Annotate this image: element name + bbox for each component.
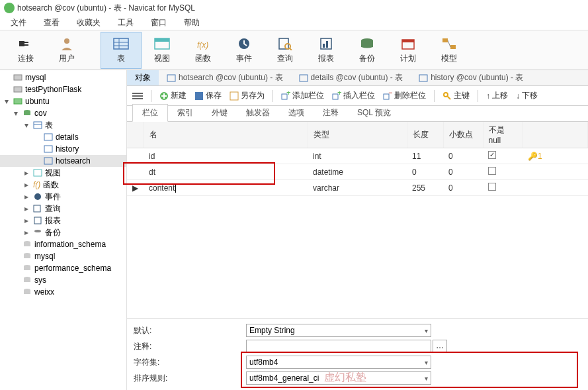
main-toolbar: 连接 用户 表 视图 f(x)函数 事件 查询 报表 备份 计划 模型 — [0, 30, 588, 70]
arrow-up-icon: ↑ — [486, 91, 490, 101]
more-button[interactable]: … — [433, 340, 447, 353]
tree-queries[interactable]: ▸查询 — [0, 203, 126, 215]
tree-table-history[interactable]: history — [0, 143, 126, 155]
tb-view[interactable]: 视图 — [142, 32, 183, 69]
saveas-button[interactable]: 另存为 — [230, 90, 265, 101]
columns-grid[interactable]: 名 类型 长度 小数点 不是 null idint110🔑1 dtdatetim… — [127, 122, 588, 195]
svg-rect-15 — [326, 41, 328, 48]
save-button[interactable]: 保存 — [194, 90, 222, 101]
tree-table-details[interactable]: details — [0, 131, 126, 143]
tree-conn-mysql[interactable]: mysql — [0, 72, 126, 83]
tree-tables[interactable]: ▾表 — [0, 119, 126, 131]
tree-db-infoschema[interactable]: information_schema — [0, 238, 126, 250]
subtab-triggers[interactable]: 触发器 — [237, 105, 279, 121]
tree-table-hotsearch[interactable]: hotsearch — [0, 155, 126, 167]
insertcol-button[interactable]: +插入栏位 — [332, 90, 375, 101]
tb-query[interactable]: 查询 — [265, 32, 306, 69]
tab-hotsearch[interactable]: hotsearch @cov (ubuntu) - 表 — [159, 70, 291, 85]
tree-db-sys[interactable]: sys — [0, 274, 126, 286]
collation-label: 排序规则: — [134, 373, 246, 384]
comment-label: 注释: — [134, 341, 246, 352]
sidebar-tree[interactable]: mysql testPythonFlask ▾ubuntu ▾cov ▾表 de… — [0, 70, 127, 390]
primary-button[interactable]: 主键 — [442, 90, 470, 101]
tb-backup[interactable]: 备份 — [347, 32, 388, 69]
tb-connect[interactable]: 连接 — [5, 32, 46, 69]
tb-report[interactable]: 报表 — [306, 32, 347, 69]
col-type[interactable]: 类型 — [308, 122, 407, 148]
tree-db-weixx[interactable]: weixx — [0, 286, 126, 298]
subtab-sqlpreview[interactable]: SQL 预览 — [348, 105, 400, 121]
tb-schedule[interactable]: 计划 — [388, 32, 429, 69]
svg-point-36 — [34, 230, 41, 232]
svg-rect-19 — [442, 38, 448, 42]
menu-help[interactable]: 帮助 — [176, 16, 208, 30]
menu-tools[interactable]: 工具 — [110, 16, 142, 30]
subtab-comments[interactable]: 注释 — [314, 105, 348, 121]
checkbox-icon[interactable] — [488, 151, 496, 159]
subtab-options[interactable]: 选项 — [279, 105, 314, 121]
col-dec[interactable]: 小数点 — [443, 122, 483, 148]
up-button[interactable]: ↑上移 — [486, 90, 508, 101]
tb-model[interactable]: 模型 — [429, 32, 470, 69]
tb-function[interactable]: f(x)函数 — [183, 32, 224, 69]
tree-db-perfschema[interactable]: performance_schema — [0, 262, 126, 274]
tabbar: 对象 hotsearch @cov (ubuntu) - 表 details @… — [127, 70, 588, 86]
col-notnull[interactable]: 不是 null — [483, 122, 523, 148]
menu-window[interactable]: 窗口 — [143, 16, 175, 30]
table-row[interactable]: idint110🔑1 — [127, 148, 588, 164]
collation-combo[interactable]: utf8mb4_general_ci▾ — [246, 371, 431, 385]
new-button[interactable]: 新建 — [159, 90, 187, 101]
svg-rect-51 — [195, 92, 203, 100]
main-area: 对象 hotsearch @cov (ubuntu) - 表 details @… — [127, 70, 588, 390]
charset-combo[interactable]: utf8mb4▾ — [246, 356, 431, 369]
table-icon — [419, 74, 428, 82]
svg-rect-24 — [14, 99, 22, 104]
tb-event[interactable]: 事件 — [224, 32, 265, 69]
tree-conn-ubuntu[interactable]: ▾ubuntu — [0, 95, 126, 107]
subtab-indexes[interactable]: 索引 — [168, 105, 202, 121]
addcol-button[interactable]: +添加栏位 — [281, 90, 324, 101]
default-combo[interactable]: Empty String▾ — [246, 324, 431, 337]
table-row[interactable]: dtdatetime00 — [127, 164, 588, 180]
tree-views[interactable]: ▸视图 — [0, 167, 126, 179]
col-key[interactable] — [523, 122, 588, 148]
col-name[interactable]: 名 — [144, 122, 308, 148]
checkbox-icon[interactable] — [488, 167, 496, 175]
tree-conn-testpython[interactable]: testPythonFlask — [0, 83, 126, 95]
tree-events[interactable]: ▸事件 — [0, 191, 126, 203]
svg-rect-23 — [14, 87, 22, 92]
checkbox-icon[interactable] — [488, 183, 496, 191]
tb-user[interactable]: 用户 — [46, 32, 87, 69]
tree-reports[interactable]: ▸报表 — [0, 215, 126, 226]
key-icon: 🔑1 — [523, 148, 588, 164]
subtab-fk[interactable]: 外键 — [202, 105, 237, 121]
tb-table[interactable]: 表 — [101, 32, 142, 69]
insertcol-icon: + — [332, 91, 341, 101]
user-icon — [58, 36, 76, 52]
tab-history[interactable]: history @cov (ubuntu) - 表 — [411, 70, 531, 85]
menu-icon[interactable] — [132, 93, 143, 99]
svg-rect-29 — [44, 134, 52, 140]
tree-backups[interactable]: ▸备份 — [0, 226, 126, 238]
menu-file[interactable]: 文件 — [3, 16, 34, 30]
menu-favorites[interactable]: 收藏夹 — [69, 16, 108, 30]
svg-rect-30 — [44, 146, 52, 152]
subtab-columns[interactable]: 栏位 — [132, 104, 168, 122]
table-row[interactable]: ▶contentvarchar2550 — [127, 180, 588, 196]
chevron-down-icon: ▾ — [425, 327, 428, 334]
svg-rect-52 — [230, 92, 238, 100]
menu-view[interactable]: 查看 — [36, 16, 67, 30]
delcol-button[interactable]: −删除栏位 — [383, 90, 426, 101]
col-len[interactable]: 长度 — [407, 122, 443, 148]
down-button[interactable]: ↓下移 — [516, 90, 538, 101]
chevron-down-icon: ▾ — [425, 375, 428, 382]
svg-text:+: + — [337, 91, 341, 97]
tree-db-mysql[interactable]: mysql — [0, 250, 126, 262]
svg-rect-20 — [450, 45, 456, 49]
tree-db-cov[interactable]: ▾cov — [0, 107, 126, 119]
tree-functions[interactable]: ▸f()函数 — [0, 179, 126, 191]
comment-input[interactable] — [246, 340, 431, 353]
tab-details[interactable]: details @cov (ubuntu) - 表 — [291, 70, 411, 85]
table-icon — [112, 36, 130, 52]
tab-objects[interactable]: 对象 — [127, 70, 159, 85]
